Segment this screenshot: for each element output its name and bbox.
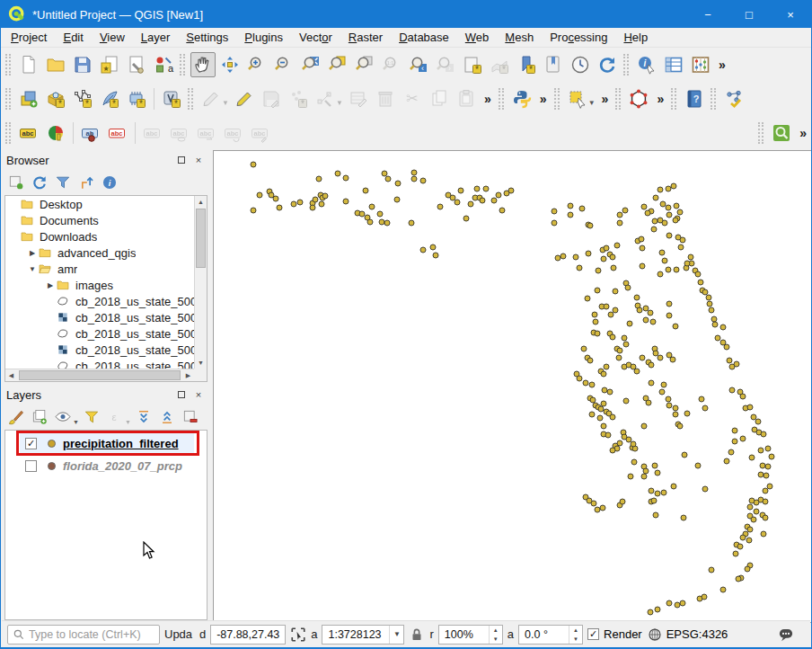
layer-labeling-options-button[interactable]: abc [16,120,41,146]
title-bar[interactable]: *Untitled Project — QGIS [New1] − □ × [1,1,811,28]
copy-features-button[interactable] [427,86,452,111]
browser-item-documents[interactable]: Documents [5,212,194,228]
pan-to-selection-button[interactable] [217,52,243,77]
new-print-layout-button[interactable]: ★ [97,52,122,77]
new-geopackage-layer-button[interactable]: * [43,86,68,111]
zoom-to-selection-button[interactable] [352,52,377,77]
current-edits-button[interactable]: ▼ [199,86,224,111]
browser-float-button[interactable] [174,154,189,166]
pin-unpin-labels-button[interactable]: ab [78,120,103,146]
zoom-out-button[interactable] [271,52,296,77]
scroll-left-icon[interactable]: ◀ [5,369,17,381]
filter-legend-button[interactable] [81,406,102,428]
delete-selected-button[interactable] [373,86,398,111]
new-shapefile-layer-button[interactable]: * [70,86,95,111]
chevron-down-icon[interactable]: ▼ [389,626,403,644]
menu-plugins[interactable]: Plugins [236,29,291,46]
browser-item-cb-2018-us-state-500k-shp-is[interactable]: cb_2018_us_state_500k.shp.is [5,342,194,358]
data-source-manager-button[interactable] [16,86,41,111]
browser-close-button[interactable]: × [191,154,206,166]
messages-bubble-icon[interactable] [778,627,794,643]
menu-processing[interactable]: Processing [542,29,615,46]
spin-down-icon[interactable]: ▼ [490,635,502,644]
toolbar-handle[interactable] [710,88,716,110]
chevron-down-icon[interactable]: ▼ [125,419,131,425]
browser-item-cb-2018-us-state-500k-shp-e[interactable]: cb_2018_us_state_500k.shp.e [5,325,194,342]
render-checkbox[interactable]: ✓ Render [587,627,642,641]
collapse-all-button[interactable] [156,406,178,428]
open-attribute-table-button[interactable] [661,52,686,77]
browser-item-cb-2018-us-state-500k-shp-e[interactable]: cb_2018_us_state_500k.shp.e [5,309,194,325]
new-project-button[interactable] [16,52,41,77]
coordinate-input[interactable]: -87.88,27.43 [210,625,286,645]
toolbar-handle[interactable] [180,54,185,76]
rotate-label-button[interactable]: abc [221,120,246,146]
browser-item-cb-2018-us-state-500k-shp[interactable]: cb_2018_us_state_500k.shp [5,293,194,309]
identify-features-button[interactable]: i [634,52,659,77]
expand-all-button[interactable] [133,406,154,428]
osm-place-search-button[interactable] [769,120,794,146]
menu-database[interactable]: Database [391,29,457,46]
scale-combo[interactable]: 1:3728123▼ [322,625,404,645]
toolbar-handle[interactable] [554,88,560,110]
refresh-map-button[interactable] [595,52,620,77]
expander-icon[interactable]: ▶ [27,249,38,257]
menu-settings[interactable]: Settings [178,29,236,46]
statistical-summary-button[interactable] [688,52,713,77]
menu-project[interactable]: Project [3,29,55,46]
zoom-in-button[interactable] [244,52,269,77]
vertex-tool-button[interactable]: ▼ [313,86,338,111]
properties-info-button[interactable]: i [99,172,120,193]
close-button[interactable]: × [770,1,811,28]
scroll-thumb[interactable] [196,209,206,268]
digitize-with-shape-button[interactable] [626,86,651,111]
zoom-to-layer-button[interactable] [325,52,350,77]
toolbar-overflow-icon[interactable]: » [602,92,609,106]
filter-browser-button[interactable] [52,172,74,193]
browser-item-advanced-qgis[interactable]: ▶advanced_qgis [5,244,194,261]
toolbar-handle[interactable] [5,88,11,110]
menu-help[interactable]: Help [615,29,656,46]
remove-layer-group-button[interactable] [180,406,201,428]
menu-web[interactable]: Web [457,29,498,46]
check-geometries-button[interactable] [721,86,746,111]
new-map-view-button[interactable]: * [460,52,485,77]
open-layer-styling-button[interactable] [5,406,27,428]
open-project-button[interactable] [43,52,68,77]
toolbar-handle[interactable] [615,88,621,110]
zoom-full-button[interactable] [298,52,323,77]
chevron-down-icon[interactable]: ▼ [336,99,343,107]
save-layer-edits-button[interactable] [259,86,284,111]
toolbar-overflow-icon[interactable]: » [540,92,547,106]
toolbar-handle[interactable] [5,122,11,144]
toggle-extents-icon[interactable] [290,627,306,643]
browser-item-downloads[interactable]: Downloads [5,228,194,244]
toolbar-handle[interactable] [499,88,504,110]
refresh-browser-button[interactable] [29,172,50,193]
rotation-spinbox[interactable]: 0.0 ° ▲▼ [518,625,583,645]
expander-icon[interactable]: ▶ [45,281,56,289]
minimize-button[interactable]: − [687,1,728,28]
spin-down-icon[interactable]: ▼ [569,635,582,644]
toolbar-handle[interactable] [623,54,629,76]
browser-item-desktop[interactable]: Desktop [5,196,194,212]
toolbar-overflow-icon[interactable]: » [657,92,664,106]
menu-edit[interactable]: Edit [55,29,91,46]
chevron-down-icon[interactable]: ▼ [73,419,79,425]
spin-up-icon[interactable]: ▲ [569,626,582,635]
layer-item-precipitation-filtered[interactable]: ✓precipitation_filtered [20,433,194,453]
scroll-up-icon[interactable]: ▲ [195,196,207,208]
toolbar-handle[interactable] [5,54,11,76]
map-canvas[interactable] [213,150,812,623]
zoom-last-button[interactable]: ‹ [406,52,431,77]
menu-layer[interactable]: Layer [133,29,179,46]
browser-item-cb-2018-us-state-500k-shp-i[interactable]: cb_2018_us_state_500k.shp.i [5,358,194,369]
save-project-button[interactable] [70,52,95,77]
chevron-down-icon[interactable]: ▼ [222,99,229,107]
layers-float-button[interactable] [174,388,189,401]
checkbox-icon[interactable]: ✓ [587,628,599,640]
paste-features-button[interactable] [454,86,479,111]
locator-box[interactable] [7,625,160,645]
new-virtual-layer-button[interactable]: * [159,86,184,111]
layer-checkbox[interactable]: ✓ [25,438,37,449]
